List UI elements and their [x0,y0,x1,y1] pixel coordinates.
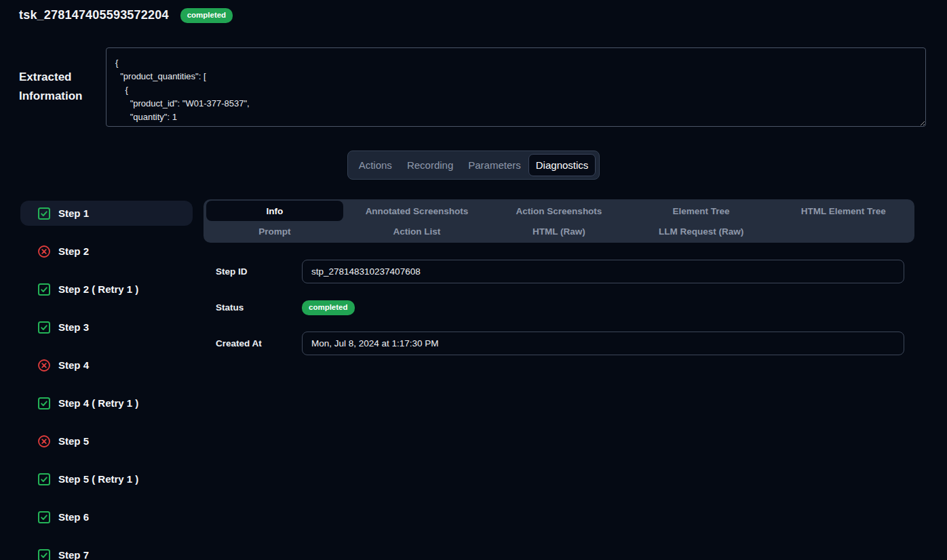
subtab-info[interactable]: Info [206,201,343,221]
step-item-7[interactable]: Step 5 [20,428,193,454]
extracted-information-textarea[interactable]: { "product_quantities": [ { "product_id"… [106,47,926,127]
status-badge: completed [302,300,355,315]
step-label: Step 2 [58,245,89,257]
task-header: tsk_278147405593572204 completed [19,8,233,23]
extracted-information-label: Extracted Information [19,68,107,106]
tab-diagnostics[interactable]: Diagnostics [528,154,596,176]
step-item-9[interactable]: Step 6 [20,504,193,529]
subtab-html-element-tree[interactable]: HTML Element Tree [775,201,912,221]
step-label: Step 5 ( Retry 1 ) [58,473,138,485]
created-at-label: Created At [216,332,262,355]
step-id-input[interactable] [302,260,904,283]
main-tabbar: Actions Recording Parameters Diagnostics [347,151,600,180]
check-square-icon [37,511,51,524]
step-item-3[interactable]: Step 2 ( Retry 1 ) [20,277,193,302]
step-item-5[interactable]: Step 4 [20,353,193,378]
subtab-action-screenshots[interactable]: Action Screenshots [490,201,627,221]
tab-parameters[interactable]: Parameters [461,154,528,176]
step-item-4[interactable]: Step 3 [20,315,193,340]
x-circle-icon [37,245,51,258]
subtab-annotated-screenshots[interactable]: Annotated Screenshots [349,201,486,221]
check-square-icon [37,283,51,296]
diagnostics-subtabs: Info Annotated Screenshots Action Screen… [204,199,914,243]
steps-list: Step 1 Step 2 Step 2 ( Retry 1 ) Step 3 … [20,201,193,560]
task-status-badge: completed [180,8,233,23]
status-label: Status [216,300,244,315]
subtab-prompt[interactable]: Prompt [206,221,343,241]
step-label: Step 2 ( Retry 1 ) [58,283,138,295]
x-circle-icon [37,435,51,448]
check-square-icon [37,473,51,486]
step-item-10[interactable]: Step 7 [20,542,193,560]
main-tabbar-wrap: Actions Recording Parameters Diagnostics [0,151,947,180]
step-label: Step 1 [58,207,89,219]
step-label: Step 5 [58,435,89,447]
subtab-element-tree[interactable]: Element Tree [633,201,770,221]
step-label: Step 4 [58,359,89,371]
step-item-2[interactable]: Step 2 [20,239,193,264]
x-circle-icon [37,359,51,372]
tab-recording[interactable]: Recording [400,154,461,176]
step-item-1[interactable]: Step 1 [20,201,193,226]
step-label: Step 3 [58,321,89,333]
subtab-action-list[interactable]: Action List [349,221,486,241]
step-item-6[interactable]: Step 4 ( Retry 1 ) [20,391,193,416]
subtab-llm-request-raw[interactable]: LLM Request (Raw) [633,221,770,241]
task-title: tsk_278147405593572204 [19,8,169,22]
app-screen: tsk_278147405593572204 completed Extract… [0,0,947,560]
step-label: Step 7 [58,549,89,560]
check-square-icon [37,207,51,220]
check-square-icon [37,321,51,334]
created-at-input[interactable] [302,332,904,355]
step-label: Step 4 ( Retry 1 ) [58,397,138,409]
subtab-html-raw[interactable]: HTML (Raw) [490,221,627,241]
tab-actions[interactable]: Actions [351,154,400,176]
step-id-label: Step ID [216,260,248,283]
check-square-icon [37,548,51,560]
step-label: Step 6 [58,511,89,523]
check-square-icon [37,397,51,410]
step-item-8[interactable]: Step 5 ( Retry 1 ) [20,466,193,492]
